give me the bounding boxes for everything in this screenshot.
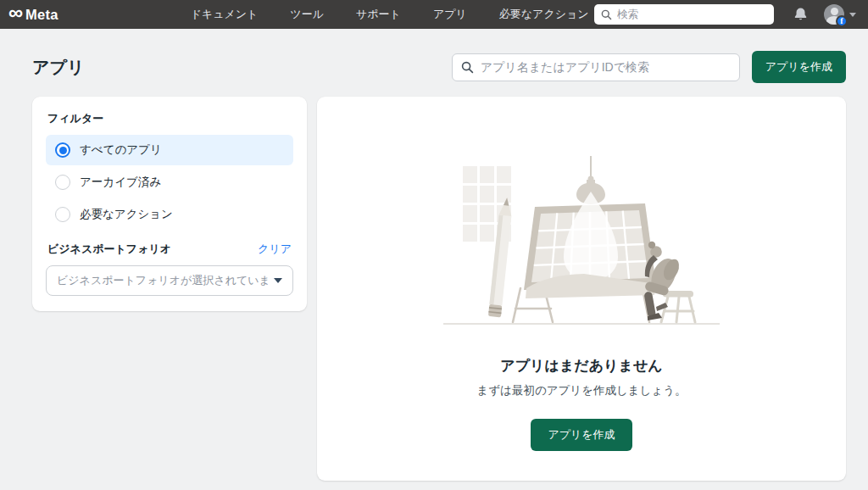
search-icon xyxy=(461,61,474,74)
chevron-down-icon xyxy=(849,13,856,17)
content-area: フィルター すべてのアプリ アーカイブ済み 必要なアクション ビジネスポートフォ… xyxy=(32,97,846,481)
app-search-box[interactable] xyxy=(452,53,740,81)
radio-unselected-icon xyxy=(55,175,70,190)
radio-unselected-icon xyxy=(55,207,70,222)
filter-option-all-apps[interactable]: すべてのアプリ xyxy=(46,135,293,165)
notifications-button[interactable] xyxy=(793,6,809,23)
page-title: アプリ xyxy=(32,56,84,79)
empty-state-subtitle: まずは最初のアプリを作成しましょう。 xyxy=(476,383,686,398)
nav-links: ドキュメント ツール サポート アプリ 必要なアクション xyxy=(191,7,589,22)
profile-menu[interactable]: f xyxy=(824,4,856,25)
apps-empty-state-panel: アプリはまだありません まずは最初のアプリを作成しましょう。 アプリを作成 xyxy=(317,97,846,481)
meta-infinity-icon: ∞ xyxy=(8,3,23,23)
nav-item-apps[interactable]: アプリ xyxy=(433,7,467,22)
radio-selected-icon xyxy=(55,142,70,158)
portfolio-section-header: ビジネスポートフォリオ クリア xyxy=(47,242,292,257)
nav-right-cluster: f xyxy=(594,4,856,25)
nav-search-input[interactable] xyxy=(617,8,767,20)
drafting-table-illustration xyxy=(442,149,721,334)
filter-option-label: アーカイブ済み xyxy=(80,175,161,190)
caret-down-icon xyxy=(274,278,282,283)
create-app-button[interactable]: アプリを作成 xyxy=(752,51,846,83)
portfolio-label: ビジネスポートフォリオ xyxy=(47,242,171,257)
nav-item-tools[interactable]: ツール xyxy=(290,7,324,22)
facebook-f-icon: f xyxy=(836,15,848,27)
search-icon xyxy=(601,9,612,20)
brand-name: Meta xyxy=(25,7,58,23)
app-search-input[interactable] xyxy=(481,60,731,74)
top-navigation-bar: ∞ Meta ドキュメント ツール サポート アプリ 必要なアクション f xyxy=(0,0,868,29)
filter-panel: フィルター すべてのアプリ アーカイブ済み 必要なアクション ビジネスポートフォ… xyxy=(32,97,307,311)
create-app-button-empty-state[interactable]: アプリを作成 xyxy=(531,419,632,451)
meta-logo[interactable]: ∞ Meta xyxy=(8,6,58,23)
portfolio-dropdown-value: ビジネスポートフォリオが選択されていません xyxy=(57,273,269,288)
page-header-actions: アプリを作成 xyxy=(452,51,846,83)
filter-option-required-actions[interactable]: 必要なアクション xyxy=(46,199,293,230)
filter-option-label: すべてのアプリ xyxy=(80,142,162,158)
clear-link[interactable]: クリア xyxy=(258,242,292,257)
avatar: f xyxy=(824,4,844,25)
filter-option-archived[interactable]: アーカイブ済み xyxy=(46,167,293,198)
portfolio-dropdown[interactable]: ビジネスポートフォリオが選択されていません xyxy=(46,265,293,296)
nav-item-docs[interactable]: ドキュメント xyxy=(191,7,259,22)
empty-state-title: アプリはまだありません xyxy=(500,356,662,376)
nav-item-required-actions[interactable]: 必要なアクション xyxy=(499,7,589,22)
page-body: アプリ アプリを作成 フィルター すべてのアプリ アーカイブ済み xyxy=(0,51,868,481)
nav-item-support[interactable]: サポート xyxy=(356,7,401,22)
bell-icon xyxy=(793,6,809,23)
filter-option-label: 必要なアクション xyxy=(80,207,173,222)
page-header: アプリ アプリを作成 xyxy=(32,51,846,83)
filter-heading: フィルター xyxy=(47,111,293,126)
nav-search-box[interactable] xyxy=(594,4,774,25)
